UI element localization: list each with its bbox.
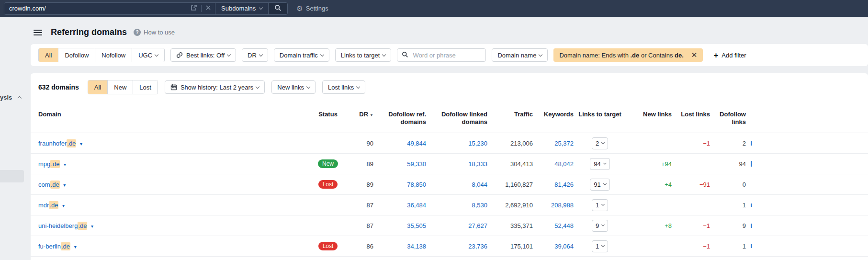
keywords-cell[interactable]: 48,042: [533, 160, 574, 168]
domain-name-filter-button[interactable]: Domain name: [492, 48, 548, 62]
domain-link[interactable]: fu-berlin.de: [38, 242, 70, 250]
sidebar-fragment-analysis[interactable]: ysis: [0, 94, 21, 101]
table-body: fraunhofer.de ▾ 90 49,844 15,230 213,006…: [31, 133, 868, 257]
dofollow-ref-domains-cell[interactable]: 78,850: [373, 181, 426, 188]
mode-dropdown[interactable]: Subdomains: [215, 3, 268, 14]
how-to-use-link[interactable]: ? How to use: [134, 29, 175, 36]
dofollow-linked-domains-cell[interactable]: 8,530: [426, 202, 487, 209]
target-url-input[interactable]: [8, 4, 191, 12]
dr-filter-button[interactable]: DR: [242, 48, 268, 62]
dofollow-linked-domains-cell[interactable]: 27,627: [426, 222, 487, 229]
dofollow-ref-domains-cell[interactable]: 35,505: [373, 222, 426, 229]
keywords-cell[interactable]: 208,988: [533, 202, 574, 209]
domain-cell: fraunhofer.de ▾: [38, 140, 306, 147]
links-to-target-select[interactable]: 94: [590, 158, 609, 170]
dofollow-linked-domains-cell[interactable]: 18,333: [426, 160, 487, 168]
tab-nofollow[interactable]: Nofollow: [95, 48, 132, 62]
links-to-target-cell: 91: [574, 179, 626, 191]
dofollow-linked-domains-cell[interactable]: 23,736: [426, 243, 487, 250]
table-row: mdr.de ▾ 87 36,484 8,530 2,692,910 208,9…: [31, 195, 868, 215]
chevron-down-icon: [539, 52, 542, 56]
dofollow-linked-domains-cell[interactable]: 8,044: [426, 181, 487, 188]
links-to-target-filter-button[interactable]: Links to target: [335, 48, 392, 62]
mini-bar: [751, 141, 752, 146]
domain-dropdown-icon[interactable]: ▾: [62, 203, 65, 208]
tab-status-all[interactable]: All: [88, 80, 107, 94]
follow-type-tabs: All Dofollow Nofollow UGC: [38, 48, 165, 62]
column-header-links-to-target[interactable]: Links to target: [574, 111, 626, 118]
add-filter-button[interactable]: + Add filter: [713, 51, 746, 59]
search-button[interactable]: [268, 3, 287, 14]
dofollow-ref-domains-cell[interactable]: 49,844: [373, 140, 426, 147]
links-to-target-cell: 94: [574, 158, 626, 170]
status-cell: Lost: [306, 242, 349, 250]
sidebar-fragment-button[interactable]: [0, 170, 24, 182]
table-header: Domain Status DR▼ Dofollow ref. domains …: [31, 100, 868, 133]
clear-input-icon[interactable]: [205, 5, 211, 12]
column-header-dofollow-links[interactable]: Dofollow links: [710, 111, 746, 126]
tab-dofollow[interactable]: Dofollow: [58, 48, 95, 62]
word-or-phrase-search[interactable]: [397, 48, 486, 62]
links-to-target-select[interactable]: 1: [592, 240, 608, 252]
column-header-new-links[interactable]: New links: [626, 111, 672, 118]
best-links-label: Best links: Off: [186, 52, 225, 59]
tab-status-lost[interactable]: Lost: [133, 80, 158, 94]
traffic-cell: 213,006: [487, 140, 533, 147]
keywords-cell[interactable]: 39,064: [533, 243, 574, 250]
domain-dropdown-icon[interactable]: ▾: [80, 141, 82, 147]
settings-button[interactable]: ⚙ Settings: [296, 5, 328, 12]
domain-link[interactable]: com.de: [38, 181, 60, 189]
dofollow-links-bar-cell: [746, 244, 759, 248]
domain-dropdown-icon[interactable]: ▾: [91, 224, 93, 229]
link-icon: [176, 52, 183, 58]
new-links-button[interactable]: New links: [271, 80, 316, 94]
question-icon: ?: [134, 29, 141, 36]
lost-links-button[interactable]: Lost links: [322, 80, 365, 94]
traffic-cell: 175,101: [487, 243, 533, 250]
best-links-filter-button[interactable]: Best links: Off: [170, 48, 236, 62]
dofollow-links-cell: 9: [710, 222, 746, 229]
domain-dropdown-icon[interactable]: ▾: [74, 244, 77, 249]
highlighted-match: .de: [61, 242, 70, 250]
column-header-dofollow-ref-domains[interactable]: Dofollow ref. domains: [373, 111, 426, 126]
dofollow-ref-domains-cell[interactable]: 36,484: [373, 202, 426, 209]
keywords-cell[interactable]: 25,372: [533, 140, 574, 147]
tab-all-links[interactable]: All: [39, 48, 58, 62]
domain-traffic-filter-button[interactable]: Domain traffic: [274, 48, 329, 62]
links-to-target-select[interactable]: 1: [592, 199, 608, 211]
mode-dropdown-label: Subdomains: [221, 5, 256, 12]
domain-link[interactable]: mpg.de: [38, 160, 60, 168]
links-to-target-select[interactable]: 2: [592, 137, 608, 149]
column-header-dofollow-linked-domains[interactable]: Dofollow linked domains: [426, 111, 487, 126]
domain-link[interactable]: mdr.de: [38, 201, 58, 209]
word-or-phrase-input[interactable]: [412, 51, 481, 59]
column-header-traffic[interactable]: Traffic: [487, 111, 533, 118]
dofollow-ref-domains-cell[interactable]: 34,138: [373, 243, 426, 250]
keywords-cell[interactable]: 81,426: [533, 181, 574, 188]
table-row: fu-berlin.de ▾ Lost 86 34,138 23,736 175…: [31, 236, 868, 257]
tab-ugc[interactable]: UGC: [132, 48, 164, 62]
external-link-icon[interactable]: [191, 4, 197, 12]
domain-link[interactable]: uni-heidelberg.de: [38, 222, 87, 230]
keywords-cell[interactable]: 52,448: [533, 222, 574, 229]
show-history-button[interactable]: Show history: Last 2 years: [165, 80, 265, 94]
column-header-domain[interactable]: Domain: [38, 111, 306, 118]
dofollow-linked-domains-cell[interactable]: 15,230: [426, 140, 487, 147]
column-header-status[interactable]: Status: [306, 111, 349, 118]
filter-bar: All Dofollow Nofollow UGC Best links: Of…: [31, 44, 868, 66]
column-header-keywords[interactable]: Keywords: [533, 111, 574, 118]
column-header-dr[interactable]: DR▼: [349, 111, 373, 119]
remove-filter-icon[interactable]: ✕: [688, 51, 700, 59]
tab-status-new[interactable]: New: [107, 80, 133, 94]
status-badge: Lost: [318, 180, 338, 189]
highlighted-match: .de: [67, 139, 76, 147]
active-filter-chip[interactable]: Domain name: Ends with .de or Contains d…: [553, 48, 703, 62]
domain-dropdown-icon[interactable]: ▾: [64, 162, 66, 167]
menu-icon[interactable]: [34, 30, 42, 35]
domain-dropdown-icon[interactable]: ▾: [63, 182, 66, 188]
links-to-target-select[interactable]: 9: [592, 220, 608, 232]
links-to-target-select[interactable]: 91: [590, 179, 609, 191]
dofollow-ref-domains-cell[interactable]: 59,330: [373, 160, 426, 168]
column-header-lost-links[interactable]: Lost links: [672, 111, 710, 118]
domain-link[interactable]: fraunhofer.de: [38, 139, 76, 147]
